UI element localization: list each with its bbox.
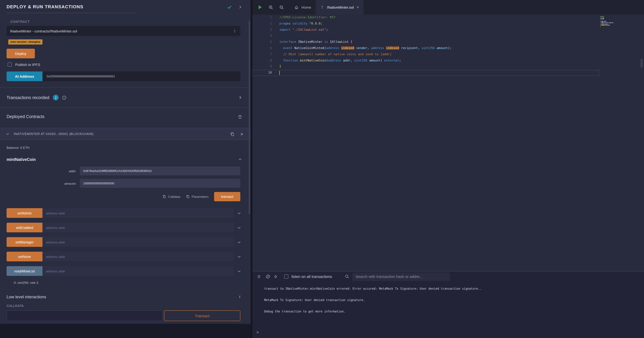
copy-calldata-action[interactable]: Calldata [162, 194, 180, 199]
listen-all-transactions-checkbox[interactable] [284, 274, 288, 278]
tab-home-label: Home [302, 5, 311, 9]
code-line-8[interactable]: 8 function mintNativeCoin(address addr, … [252, 58, 600, 64]
panel-scrollbar[interactable] [248, 21, 250, 214]
copy-parameters-action[interactable]: Parameters [186, 194, 208, 199]
line-number[interactable]: 1 [252, 14, 272, 21]
editor-scrollbar[interactable] [640, 59, 642, 68]
remove-instance-icon[interactable]: × [240, 132, 243, 136]
clear-console-icon[interactable] [266, 274, 270, 279]
code-text: pragma solidity ^0.8.0; [272, 21, 322, 27]
chevron-down-icon[interactable] [234, 240, 244, 244]
chevron-right-icon[interactable] [238, 95, 242, 100]
chevron-down-icon[interactable] [234, 254, 244, 259]
transactions-recorded-row: Transactions recorded 2 [0, 88, 251, 108]
code-line-1[interactable]: 1//SPDX-License-Identifier: MIT [252, 14, 600, 21]
at-address-input[interactable] [42, 72, 240, 81]
publish-ipfs-checkbox[interactable] [8, 62, 12, 67]
run-script-icon[interactable] [257, 4, 263, 10]
mint-actions-row: Calldata Parameters transact [0, 192, 240, 201]
listen-all-transactions-label: listen on all transactions [292, 274, 332, 278]
code-line-4[interactable]: 4 [252, 33, 600, 39]
chevron-up-icon[interactable] [238, 157, 242, 162]
function-setNone-input[interactable] [42, 252, 234, 261]
terminal-line: MetaMask Tx Signature: User denied trans… [264, 298, 637, 302]
minimap[interactable] [600, 16, 613, 29]
deploy-button[interactable]: Deploy [6, 49, 35, 58]
param-input-addr[interactable] [80, 166, 240, 176]
function-row-setManager: setManager [6, 237, 244, 247]
line-number[interactable]: 8 [252, 58, 272, 64]
panel-title: DEPLOY & RUN TRANSACTIONS [6, 4, 136, 13]
collapse-terminal-icon[interactable] [256, 274, 262, 279]
trash-icon[interactable] [238, 114, 242, 119]
home-icon [294, 5, 299, 10]
parameters-action-label: Parameters [192, 195, 208, 198]
function-setEnabled-input[interactable] [42, 223, 234, 232]
line-number[interactable]: 4 [252, 33, 272, 39]
zoom-in-icon[interactable] [268, 5, 274, 10]
param-label-amount: amount: [6, 182, 80, 185]
search-icon [344, 274, 349, 279]
code-text: interface INativeMinter is IAllowList { [272, 39, 352, 45]
function-setAdmin-button[interactable]: setAdmin [6, 208, 42, 218]
low-level-transact-button[interactable]: Transact [164, 310, 240, 321]
at-address-button[interactable]: At Address [6, 72, 42, 81]
code-line-2[interactable]: 2pragma solidity ^0.8.0; [252, 21, 600, 27]
calldata-input[interactable] [6, 310, 163, 321]
terminal-line: transact to INativeMinter.mintNativeCoin… [264, 286, 637, 291]
zoom-out-icon[interactable] [279, 5, 284, 10]
tab-inativeminter[interactable]: INativeMinter.sol × [316, 0, 364, 14]
code-line-3[interactable]: 3import "./IAllowList.sol"; [252, 27, 600, 33]
function-readAllowList-input[interactable] [42, 266, 234, 276]
code-line-7[interactable]: 7 // Mint [amount] number of native coin… [252, 52, 600, 58]
contract-select[interactable]: INativeMinter - contracts/INativeMinter.… [6, 26, 240, 36]
close-tab-icon[interactable]: × [356, 5, 359, 9]
line-number[interactable]: 7 [252, 52, 272, 58]
text-cursor [279, 70, 280, 75]
chevron-down-icon[interactable] [234, 225, 244, 230]
publish-ipfs-row: Publish to IPFS [8, 62, 251, 67]
line-number[interactable]: 6 [252, 45, 272, 52]
low-level-interactions: Low level interactions i CALLDATA Transa… [0, 294, 251, 321]
contract-instance-header[interactable]: INATIVEMINTER AT 0X020...00001 (BLOCKCHA… [0, 128, 251, 140]
function-readAllowList-button[interactable]: readAllowList [6, 266, 42, 276]
minimap-line [600, 28, 613, 28]
copy-instance-icon[interactable] [230, 131, 235, 136]
evm-version-badge: evm version: shanghai [8, 39, 42, 44]
line-number[interactable]: 3 [252, 27, 272, 33]
tab-home[interactable]: Home [290, 0, 316, 14]
function-setEnabled-button[interactable]: setEnabled [6, 223, 42, 232]
code-line-5[interactable]: 5interface INativeMinter is IAllowList { [252, 39, 600, 45]
function-setManager-button[interactable]: setManager [6, 237, 42, 247]
line-number[interactable]: 9 [252, 64, 272, 70]
function-setNone-button[interactable]: setNone [6, 252, 42, 261]
info-icon[interactable] [62, 95, 67, 100]
function-row-setAdmin: setAdmin [6, 208, 244, 218]
terminal-search-input[interactable] [352, 272, 450, 281]
chevron-down-icon[interactable] [234, 269, 244, 273]
code-line-9[interactable]: 9} [252, 64, 600, 70]
chevron-down-icon[interactable] [234, 211, 244, 215]
code-text: // Mint [amount] number of native coins … [272, 52, 392, 58]
line-number[interactable]: 5 [252, 39, 272, 45]
chevron-down-icon [6, 132, 10, 136]
code-text: event NativeCoinMinted(address indexed s… [272, 45, 452, 52]
param-input-amount[interactable] [80, 179, 240, 188]
minimap-line [600, 19, 613, 19]
line-number[interactable]: 2 [252, 21, 272, 27]
deployed-contracts-header: Deployed Contracts [0, 108, 251, 126]
function-setAdmin-input[interactable] [42, 208, 234, 218]
transact-button[interactable]: transact [214, 192, 240, 201]
function-setManager-input[interactable] [42, 237, 234, 247]
info-icon[interactable]: i [239, 294, 240, 299]
code-line-6[interactable]: 6 event NativeCoinMinted(address indexed… [252, 45, 600, 52]
transactions-recorded-label: Transactions recorded [6, 95, 50, 100]
param-row-amount: amount: [6, 179, 240, 188]
minimap-line [600, 24, 613, 24]
collapse-panel-icon[interactable] [238, 5, 242, 9]
mint-native-coin-header[interactable]: mintNativeCoin [6, 157, 242, 162]
code-editor[interactable]: 1//SPDX-License-Identifier: MIT2pragma s… [252, 14, 644, 271]
code-line-10[interactable]: 10 [252, 70, 600, 76]
terminal-prompt[interactable]: > [256, 330, 259, 334]
line-number[interactable]: 10 [252, 70, 272, 76]
